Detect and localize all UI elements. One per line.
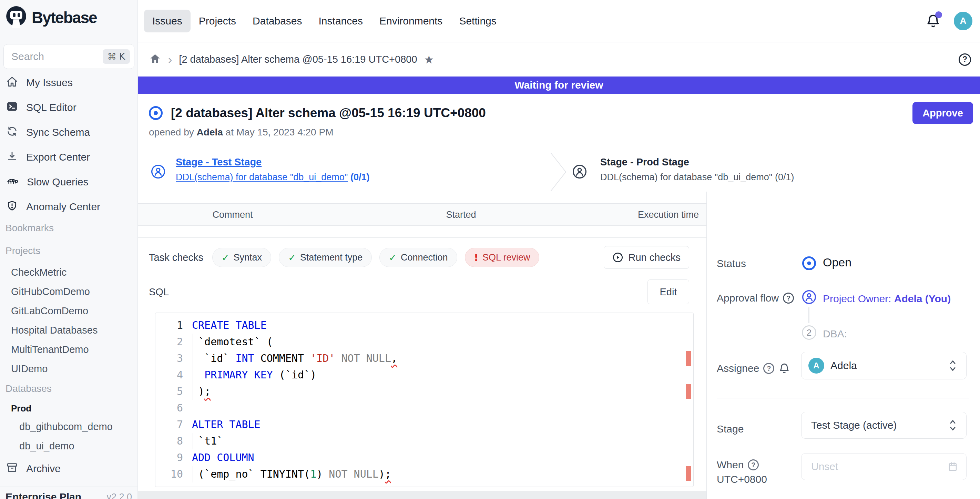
check-connection[interactable]: ✓Connection — [379, 248, 457, 267]
task-table-header: Comment Started Execution time — [138, 203, 706, 226]
sidebar-db-ui-demo[interactable]: db_ui_demo — [19, 440, 75, 452]
archive-icon — [6, 462, 18, 476]
sidebar-db-githubcom-demo[interactable]: db_githubcom_demo — [19, 421, 113, 432]
approval-step-2-badge: 2 — [802, 325, 816, 340]
subscribe-bell-icon[interactable] — [778, 362, 790, 374]
check-label: Syntax — [234, 252, 262, 263]
stage-progress: (0/1) — [772, 172, 794, 182]
play-circle-icon — [612, 252, 624, 263]
check-statement-type[interactable]: ✓Statement type — [279, 248, 372, 267]
stage-task-link[interactable]: DDL(schema) for database "db_ui_demo" — [176, 172, 348, 182]
panel-divider — [706, 192, 707, 499]
approval-step-1: Project Owner: Adela (You) — [823, 293, 951, 305]
star-icon[interactable]: ★ — [424, 53, 434, 66]
when-date-input[interactable]: Unset — [801, 453, 967, 480]
help-icon[interactable]: ? — [783, 292, 794, 304]
tab-environments[interactable]: Environments — [371, 10, 451, 32]
help-icon[interactable]: ? — [763, 363, 774, 374]
sidebar-item-sql-editor[interactable]: SQL Editor — [0, 95, 137, 120]
sidebar-item-label: Sync Schema — [26, 127, 90, 138]
select-chevrons-icon — [948, 418, 958, 433]
terminal-icon — [6, 101, 18, 115]
sync-icon — [6, 126, 18, 140]
column-started: Started — [446, 210, 476, 220]
stage-name-link[interactable]: Stage - Test Stage — [176, 156, 369, 168]
notification-dot — [935, 11, 942, 18]
check-label: Statement type — [300, 252, 363, 263]
sidebar-project-uidemo[interactable]: UIDemo — [11, 363, 48, 375]
home-icon[interactable] — [149, 53, 161, 67]
sidebar-item-sync-schema[interactable]: Sync Schema — [0, 120, 137, 145]
task-checks-row: Task checks ✓Syntax ✓Statement type ✓Con… — [138, 245, 706, 270]
sidebar-item-label: Anomaly Center — [26, 201, 100, 213]
search-shortcut-badge: ⌘ K — [103, 49, 130, 64]
tab-issues[interactable]: Issues — [144, 10, 191, 32]
assignee-name: Adela — [830, 360, 942, 372]
help-icon[interactable]: ? — [959, 53, 971, 66]
check-sql-review[interactable]: !SQL review — [465, 248, 539, 267]
search-input[interactable]: Search ⌘ K — [3, 44, 134, 69]
line-number: 8 — [156, 433, 192, 450]
bytebase-logo[interactable]: Bytebase — [5, 5, 97, 30]
help-icon[interactable]: ? — [748, 459, 759, 470]
code-line: 8 `t1` — [156, 433, 693, 450]
tab-databases[interactable]: Databases — [244, 10, 310, 32]
approve-button[interactable]: Approve — [912, 102, 973, 124]
select-chevrons-icon — [948, 358, 958, 373]
bytebase-logo-icon — [5, 5, 27, 30]
stage-progress: (0/1) — [348, 172, 369, 182]
stage-prod-stage[interactable]: Stage - Prod Stage DDL(schema) for datab… — [600, 156, 794, 183]
check-syntax[interactable]: ✓Syntax — [212, 248, 271, 267]
sidebar-project-multitenantdemo[interactable]: MultiTenantDemo — [11, 344, 89, 355]
column-comment: Comment — [212, 210, 253, 220]
bytebase-wordmark: Bytebase — [32, 8, 97, 27]
sidebar-section-projects: Projects — [5, 245, 40, 256]
plan-name: Enterprise Plan — [5, 491, 81, 499]
column-execution-time: Execution time — [638, 210, 699, 220]
assignee-select[interactable]: A Adela — [801, 352, 967, 380]
notification-bell-button[interactable] — [926, 13, 941, 29]
breadcrumb: › [2 databases] Alter schema @05-15 16:1… — [138, 42, 980, 76]
stage-select[interactable]: Test Stage (active) — [801, 412, 967, 439]
sidebar-item-slow-queries[interactable]: Slow Queries — [0, 170, 137, 194]
code-line: 9ADD COLUMN — [156, 450, 693, 466]
edit-sql-button[interactable]: Edit — [648, 280, 689, 304]
error-marker — [686, 384, 691, 399]
user-avatar[interactable]: A — [954, 12, 972, 30]
check-pass-icon: ✓ — [288, 252, 296, 263]
sql-code-editor[interactable]: 1CREATE TABLE 2 `demotest` ( 3 `id` INT … — [155, 313, 694, 487]
sidebar-item-my-issues[interactable]: My Issues — [0, 70, 137, 95]
run-checks-button[interactable]: Run checks — [604, 246, 689, 269]
breadcrumb-separator: › — [168, 53, 172, 66]
sidebar-project-checkmetric[interactable]: CheckMetric — [11, 267, 67, 278]
when-text: When — [717, 459, 744, 471]
check-label: SQL review — [482, 252, 530, 263]
assignee-label: Assignee ? — [717, 362, 790, 374]
code-line: 1CREATE TABLE — [156, 317, 693, 334]
top-navigation: Issues Projects Databases Instances Envi… — [138, 0, 980, 42]
stage-separator-chevron — [550, 153, 566, 191]
stage-select-value: Test Stage (active) — [811, 420, 948, 431]
sidebar-section-bookmarks: Bookmarks — [5, 222, 54, 234]
sidebar-project-githubcomdemo[interactable]: GitHubComDemo — [11, 286, 90, 297]
approver-name[interactable]: Adela (You) — [894, 293, 951, 304]
status-value: Open — [823, 256, 851, 269]
line-number: 2 — [156, 334, 192, 350]
main-area: Issues Projects Databases Instances Envi… — [138, 0, 980, 499]
sidebar-project-gitlabcomdemo[interactable]: GitLabComDemo — [11, 305, 88, 317]
stage-test-stage[interactable]: Stage - Test Stage DDL(schema) for datab… — [176, 156, 369, 183]
check-fail-icon: ! — [474, 252, 478, 263]
line-number: 3 — [156, 350, 192, 367]
tab-projects[interactable]: Projects — [191, 10, 244, 32]
bytebase-app: Bytebase Search ⌘ K My Issues SQL Editor… — [0, 0, 980, 499]
check-label: Connection — [401, 252, 448, 263]
sidebar-item-anomaly-center[interactable]: Anomaly Center — [0, 194, 137, 219]
sidebar-item-archive[interactable]: Archive — [0, 456, 137, 481]
sidebar-item-label: Export Center — [26, 151, 90, 163]
sidebar-section-databases: Databases — [5, 383, 52, 394]
tab-settings[interactable]: Settings — [451, 10, 504, 32]
sidebar-item-export-center[interactable]: Export Center — [0, 145, 137, 170]
sidebar-item-label: My Issues — [26, 77, 73, 89]
tab-instances[interactable]: Instances — [310, 10, 371, 32]
sidebar-project-hospital-databases[interactable]: Hospital Databases — [11, 325, 97, 336]
